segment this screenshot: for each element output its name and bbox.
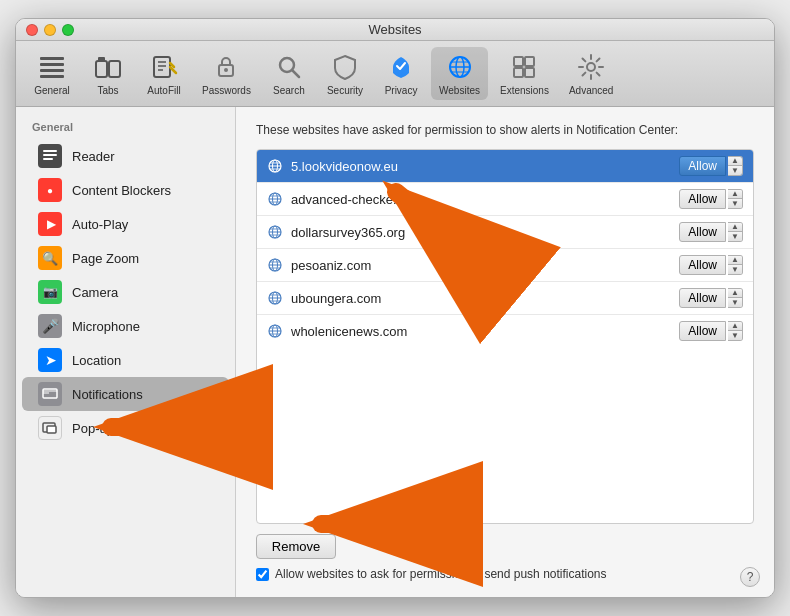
allow-stepper[interactable]: ▲ ▼: [728, 222, 743, 242]
allow-button[interactable]: Allow: [679, 156, 726, 176]
table-row[interactable]: pesoaniz.com Allow ▲ ▼: [257, 249, 753, 282]
stepper-down[interactable]: ▼: [728, 199, 742, 208]
stepper-up[interactable]: ▲: [728, 223, 742, 232]
minimize-button[interactable]: [44, 24, 56, 36]
stepper-up[interactable]: ▲: [728, 289, 742, 298]
table-row[interactable]: advanced-checke... Allow ▲ ▼: [257, 183, 753, 216]
site-action: Allow ▲ ▼: [679, 189, 743, 209]
camera-icon: 📷: [38, 280, 62, 304]
sidebar-item-notifications[interactable]: Notifications: [22, 377, 229, 411]
allow-button[interactable]: Allow: [679, 222, 726, 242]
toolbar-general[interactable]: General: [26, 47, 78, 100]
toolbar-passwords[interactable]: Passwords: [194, 47, 259, 100]
allow-button[interactable]: Allow: [679, 321, 726, 341]
microphone-icon: 🎤: [38, 314, 62, 338]
window-title: Websites: [368, 22, 421, 37]
location-icon: ➤: [38, 348, 62, 372]
right-panel: These websites have asked for permission…: [236, 107, 774, 597]
site-action: Allow ▲ ▼: [679, 288, 743, 308]
site-name: uboungera.com: [291, 291, 679, 306]
sidebar: General Reader ● Content Blockers ▶ Auto…: [16, 107, 236, 597]
tabs-icon: [92, 51, 124, 83]
table-row[interactable]: wholenicenews.com Allow ▲ ▼: [257, 315, 753, 347]
svg-rect-23: [525, 57, 534, 66]
table-row[interactable]: uboungera.com Allow ▲ ▼: [257, 282, 753, 315]
toolbar-search[interactable]: Search: [263, 47, 315, 100]
globe-icon: [267, 158, 283, 174]
sidebar-item-pop-up-windows[interactable]: Pop-up Windows: [22, 411, 229, 445]
autofill-label: AutoFill: [147, 85, 180, 96]
svg-rect-1: [40, 63, 64, 66]
allow-button[interactable]: Allow: [679, 189, 726, 209]
allow-button[interactable]: Allow: [679, 288, 726, 308]
stepper-down[interactable]: ▼: [728, 331, 742, 340]
sidebar-item-microphone[interactable]: 🎤 Microphone: [22, 309, 229, 343]
main-window: Websites General Tabs AutoFill Password: [15, 18, 775, 598]
toolbar-autofill[interactable]: AutoFill: [138, 47, 190, 100]
stepper-down[interactable]: ▼: [728, 232, 742, 241]
help-button[interactable]: ?: [740, 567, 760, 587]
allow-stepper[interactable]: ▲ ▼: [728, 321, 743, 341]
sidebar-item-camera[interactable]: 📷 Camera: [22, 275, 229, 309]
close-button[interactable]: [26, 24, 38, 36]
passwords-label: Passwords: [202, 85, 251, 96]
svg-rect-27: [43, 150, 57, 152]
maximize-button[interactable]: [62, 24, 74, 36]
toolbar-websites[interactable]: Websites: [431, 47, 488, 100]
site-action: Allow ▲ ▼: [679, 255, 743, 275]
stepper-down[interactable]: ▼: [728, 166, 742, 175]
tabs-label: Tabs: [97, 85, 118, 96]
search-icon: [273, 51, 305, 83]
titlebar: Websites: [16, 19, 774, 41]
toolbar-security[interactable]: Security: [319, 47, 371, 100]
stepper-up[interactable]: ▲: [728, 190, 742, 199]
toolbar-advanced[interactable]: Advanced: [561, 47, 621, 100]
svg-rect-7: [154, 57, 170, 77]
allow-stepper[interactable]: ▲ ▼: [728, 189, 743, 209]
panel-description: These websites have asked for permission…: [256, 123, 754, 137]
sidebar-item-page-zoom[interactable]: 🔍 Page Zoom: [22, 241, 229, 275]
svg-rect-29: [43, 158, 53, 160]
stepper-up[interactable]: ▲: [728, 256, 742, 265]
svg-line-16: [292, 70, 299, 77]
globe-icon: [267, 323, 283, 339]
allow-stepper[interactable]: ▲ ▼: [728, 255, 743, 275]
globe-icon: [267, 290, 283, 306]
svg-rect-24: [514, 68, 523, 77]
allow-stepper[interactable]: ▲ ▼: [728, 288, 743, 308]
toolbar-tabs[interactable]: Tabs: [82, 47, 134, 100]
push-notifications-checkbox[interactable]: [256, 568, 269, 581]
sidebar-item-reader[interactable]: Reader: [22, 139, 229, 173]
advanced-icon: [575, 51, 607, 83]
toolbar-privacy[interactable]: Privacy: [375, 47, 427, 100]
allow-button[interactable]: Allow: [679, 255, 726, 275]
general-label: General: [34, 85, 70, 96]
site-name: wholenicenews.com: [291, 324, 679, 339]
svg-rect-6: [98, 57, 105, 62]
table-row[interactable]: dollarsurvey365.org Allow ▲ ▼: [257, 216, 753, 249]
websites-icon: [444, 51, 476, 83]
location-label: Location: [72, 353, 121, 368]
table-row[interactable]: 5.lookvideonow.eu Allow ▲ ▼: [257, 150, 753, 183]
content-blockers-label: Content Blockers: [72, 183, 171, 198]
security-label: Security: [327, 85, 363, 96]
bottom-controls: Remove Allow websites to ask for permiss…: [256, 534, 754, 581]
main-content: General Reader ● Content Blockers ▶ Auto…: [16, 107, 774, 597]
stepper-down[interactable]: ▼: [728, 265, 742, 274]
sidebar-item-location[interactable]: ➤ Location: [22, 343, 229, 377]
svg-rect-0: [40, 57, 64, 60]
privacy-icon: [385, 51, 417, 83]
allow-stepper[interactable]: ▲ ▼: [728, 156, 743, 176]
reader-label: Reader: [72, 149, 115, 164]
stepper-up[interactable]: ▲: [728, 157, 742, 166]
toolbar-extensions[interactable]: Extensions: [492, 47, 557, 100]
sidebar-item-auto-play[interactable]: ▶ Auto-Play: [22, 207, 229, 241]
microphone-label: Microphone: [72, 319, 140, 334]
sites-table: 5.lookvideonow.eu Allow ▲ ▼ advanced-ch: [256, 149, 754, 524]
svg-point-14: [224, 68, 228, 72]
stepper-up[interactable]: ▲: [728, 322, 742, 331]
websites-label: Websites: [439, 85, 480, 96]
remove-button[interactable]: Remove: [256, 534, 336, 559]
stepper-down[interactable]: ▼: [728, 298, 742, 307]
sidebar-item-content-blockers[interactable]: ● Content Blockers: [22, 173, 229, 207]
